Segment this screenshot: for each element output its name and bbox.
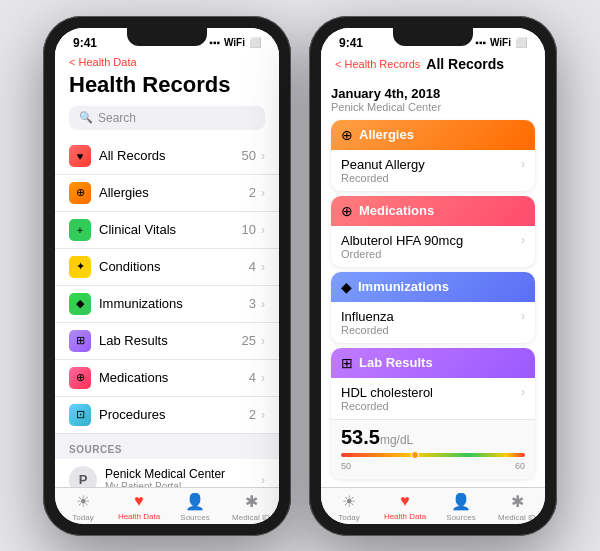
tab-today[interactable]: ☀ Today bbox=[55, 492, 111, 522]
allergies-icon: ⊕ bbox=[69, 182, 91, 204]
page-title-1: Health Records bbox=[55, 70, 279, 106]
tab-bar-2: ☀ Today ♥ Health Data 👤 Sources ✱ Medica… bbox=[321, 487, 545, 524]
tab-today-label-2: Today bbox=[338, 513, 359, 522]
lab-card[interactable]: ⊞ Lab Results HDL cholesterol Recorded › bbox=[331, 348, 535, 479]
immunizations-count: 3 bbox=[249, 296, 256, 311]
lab-item-sub: Recorded bbox=[341, 400, 433, 412]
time-1: 9:41 bbox=[73, 36, 97, 50]
screen2-back[interactable]: < Health Records bbox=[335, 58, 420, 70]
chevron-icon: › bbox=[261, 260, 265, 274]
list-item-vitals[interactable]: + Clinical Vitals 10 › bbox=[55, 212, 279, 249]
allergies-item-name: Peanut Allergy bbox=[341, 157, 425, 172]
medications-item-name: Albuterol HFA 90mcg bbox=[341, 233, 463, 248]
signal-icon-2: ▪▪▪ bbox=[475, 37, 486, 48]
medications-count: 4 bbox=[249, 370, 256, 385]
chevron-icon: › bbox=[261, 334, 265, 348]
all-records-count: 50 bbox=[242, 148, 256, 163]
tab-today-label: Today bbox=[72, 513, 93, 522]
source-penick[interactable]: P Penick Medical Center My Patient Porta… bbox=[55, 459, 279, 487]
list-item-procedures[interactable]: ⊡ Procedures 2 › bbox=[55, 397, 279, 434]
medications-card-header: ⊕ Medications bbox=[331, 196, 535, 226]
immunizations-item-info: Influenza Recorded bbox=[341, 309, 394, 336]
tab-sources-label-2: Sources bbox=[446, 513, 475, 522]
range-indicator bbox=[411, 451, 419, 459]
tab-medical-id-2[interactable]: ✱ Medical ID bbox=[489, 492, 545, 522]
notch-2 bbox=[393, 28, 473, 46]
hospital-text: Penick Medical Center bbox=[331, 101, 535, 113]
tab-health-data[interactable]: ♥ Health Data bbox=[111, 492, 167, 522]
immunizations-card-label: Immunizations bbox=[358, 279, 449, 294]
nav-back-1[interactable]: < Health Data bbox=[55, 54, 279, 70]
medications-label: Medications bbox=[99, 370, 249, 385]
source-avatar-p: P bbox=[69, 466, 97, 487]
sources-icon-2: 👤 bbox=[451, 492, 471, 511]
lab-card-header: ⊞ Lab Results bbox=[331, 348, 535, 378]
list-item-allergies[interactable]: ⊕ Allergies 2 › bbox=[55, 175, 279, 212]
medications-card[interactable]: ⊕ Medications Albuterol HFA 90mcg Ordere… bbox=[331, 196, 535, 267]
range-bar bbox=[341, 453, 525, 457]
procedures-icon: ⊡ bbox=[69, 404, 91, 426]
tab-sources-2[interactable]: 👤 Sources bbox=[433, 492, 489, 522]
chevron-icon: › bbox=[521, 309, 525, 323]
screen2-header: < Health Records All Records bbox=[321, 54, 545, 78]
medications-card-label: Medications bbox=[359, 203, 434, 218]
lab-unit: mg/dL bbox=[380, 433, 413, 447]
wifi-icon-2: WiFi bbox=[490, 37, 511, 48]
status-icons-2: ▪▪▪ WiFi ⬜ bbox=[475, 37, 527, 48]
medical-id-icon-2: ✱ bbox=[511, 492, 524, 511]
vitals-icon: + bbox=[69, 219, 91, 241]
tab-today-2[interactable]: ☀ Today bbox=[321, 492, 377, 522]
tab-sources-label: Sources bbox=[180, 513, 209, 522]
immunizations-label: Immunizations bbox=[99, 296, 249, 311]
search-icon: 🔍 bbox=[79, 111, 93, 124]
medications-item-info: Albuterol HFA 90mcg Ordered bbox=[341, 233, 463, 260]
list-item-conditions[interactable]: ✦ Conditions 4 › bbox=[55, 249, 279, 286]
health-records-list: ♥ All Records 50 › ⊕ Allergies 2 › + Cli… bbox=[55, 138, 279, 487]
sources-section-header: SOURCES bbox=[55, 434, 279, 459]
medications-item: Albuterol HFA 90mcg Ordered › bbox=[341, 233, 525, 260]
lab-card-label: Lab Results bbox=[359, 355, 433, 370]
screen2-title: All Records bbox=[426, 56, 504, 72]
lab-item: HDL cholesterol Recorded › bbox=[341, 385, 525, 412]
health-data-icon: ♥ bbox=[134, 492, 144, 510]
list-item-lab[interactable]: ⊞ Lab Results 25 › bbox=[55, 323, 279, 360]
immunizations-icon: ◆ bbox=[69, 293, 91, 315]
vitals-count: 10 bbox=[242, 222, 256, 237]
sources-icon: 👤 bbox=[185, 492, 205, 511]
medications-icon: ⊕ bbox=[69, 367, 91, 389]
allergies-card[interactable]: ⊕ Allergies Peanut Allergy Recorded › bbox=[331, 120, 535, 191]
medications-card-body: Albuterol HFA 90mcg Ordered › bbox=[331, 226, 535, 267]
conditions-icon: ✦ bbox=[69, 256, 91, 278]
source-name-penick: Penick Medical Center bbox=[105, 467, 261, 481]
immunizations-item-sub: Recorded bbox=[341, 324, 394, 336]
today-icon: ☀ bbox=[76, 492, 90, 511]
lab-count: 25 bbox=[242, 333, 256, 348]
phone-2: 9:41 ▪▪▪ WiFi ⬜ < Health Records All Rec… bbox=[309, 16, 557, 536]
list-item-medications[interactable]: ⊕ Medications 4 › bbox=[55, 360, 279, 397]
chevron-icon: › bbox=[261, 223, 265, 237]
records-list: January 4th, 2018 Penick Medical Center … bbox=[321, 78, 545, 487]
chevron-icon: › bbox=[521, 385, 525, 399]
tab-medical-id[interactable]: ✱ Medical ID bbox=[223, 492, 279, 522]
allergies-item-sub: Recorded bbox=[341, 172, 425, 184]
allergies-card-body: Peanut Allergy Recorded › bbox=[331, 150, 535, 191]
list-item-all-records[interactable]: ♥ All Records 50 › bbox=[55, 138, 279, 175]
list-item-immunizations[interactable]: ◆ Immunizations 3 › bbox=[55, 286, 279, 323]
immunizations-card[interactable]: ◆ Immunizations Influenza Recorded › bbox=[331, 272, 535, 343]
chevron-icon: › bbox=[261, 408, 265, 422]
wifi-icon: WiFi bbox=[224, 37, 245, 48]
search-placeholder: Search bbox=[98, 111, 136, 125]
search-bar[interactable]: 🔍 Search bbox=[69, 106, 265, 130]
screen-2: 9:41 ▪▪▪ WiFi ⬜ < Health Records All Rec… bbox=[321, 28, 545, 524]
lab-chart: 53.5mg/dL 50 60 bbox=[331, 419, 535, 479]
tab-health-data-2[interactable]: ♥ Health Data bbox=[377, 492, 433, 522]
lab-card-body: HDL cholesterol Recorded › bbox=[331, 378, 535, 419]
tab-medical-id-label-2: Medical ID bbox=[498, 513, 536, 522]
immunizations-card-icon: ◆ bbox=[341, 279, 352, 295]
conditions-count: 4 bbox=[249, 259, 256, 274]
procedures-count: 2 bbox=[249, 407, 256, 422]
allergies-card-label: Allergies bbox=[359, 127, 414, 142]
allergies-item: Peanut Allergy Recorded › bbox=[341, 157, 525, 184]
tab-sources[interactable]: 👤 Sources bbox=[167, 492, 223, 522]
medications-item-sub: Ordered bbox=[341, 248, 463, 260]
